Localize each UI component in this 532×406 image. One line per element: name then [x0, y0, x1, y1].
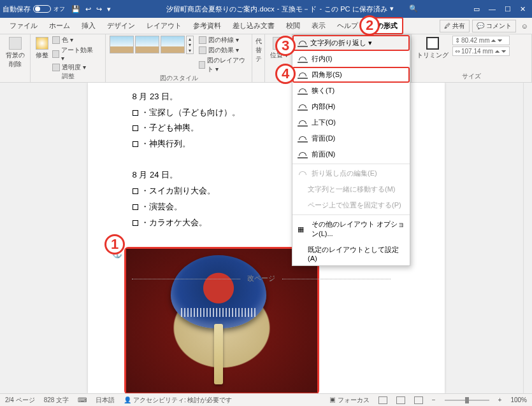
undo-icon[interactable]: ↩	[85, 5, 91, 13]
close-icon[interactable]: ✕	[520, 5, 526, 13]
art-icon	[52, 50, 59, 58]
wrap-icon	[298, 39, 308, 47]
lang-icon[interactable]: ⌨	[78, 396, 87, 403]
alt-text-button[interactable]: 代 替 テ	[256, 36, 261, 65]
tab-view[interactable]: 表示	[306, 17, 331, 34]
ribbon: 背景の 削除 修整 色 ▾ アート効果 ▾ 透明度 ▾ 調整	[0, 34, 532, 83]
title-bar: 自動保存 オフ 💾 ↩ ↪ ▾ 汐留町商店会夏祭りのご案内.docx - 互換モ…	[0, 0, 532, 18]
comment-button[interactable]: 💬 コメント	[472, 20, 516, 32]
corrections-button[interactable]: 修整	[34, 36, 50, 61]
picture-border-button[interactable]: 図の枠線 ▾	[199, 36, 248, 45]
tight-icon	[298, 87, 308, 95]
front-icon	[298, 151, 308, 158]
autosave-state: オフ	[54, 5, 65, 13]
picture-effects-button[interactable]: 図の効果 ▾	[199, 46, 248, 55]
web-layout-icon[interactable]	[414, 396, 423, 404]
color-icon	[52, 36, 60, 44]
ribbon-tabs: ファイル ホーム 挿入 デザイン レイアウト 参考資料 差し込み文書 校閲 表示…	[0, 18, 532, 34]
image-content	[126, 249, 317, 393]
behind-icon	[298, 135, 308, 143]
tab-insert[interactable]: 挿入	[76, 17, 101, 34]
wrap-set-default[interactable]: 既定のレイアウトとして設定(A)	[292, 242, 410, 265]
remove-background-button[interactable]: 背景の 削除	[4, 36, 26, 70]
save-icon[interactable]: 💾	[71, 5, 80, 13]
smiley-icon[interactable]: ☺	[521, 22, 528, 30]
word-count[interactable]: 828 文字	[44, 396, 69, 405]
vertical-scrollbar[interactable]	[523, 83, 532, 393]
transparency-icon	[52, 64, 60, 71]
through-icon	[298, 103, 308, 111]
style-group-label: 図のスタイル	[110, 74, 248, 83]
language[interactable]: 日本語	[96, 396, 115, 405]
width-input[interactable]: ⇔107.14 mm⏶⏷	[452, 46, 510, 56]
wrap-edit-points: 折り返し点の編集(E)	[292, 165, 410, 181]
remove-bg-icon	[9, 37, 22, 50]
wrap-front[interactable]: 前面(N)	[292, 146, 410, 162]
tab-references[interactable]: 参考資料	[187, 17, 227, 34]
style-thumb[interactable]	[110, 36, 134, 53]
print-layout-icon[interactable]	[396, 396, 405, 404]
style-thumb[interactable]	[135, 36, 159, 53]
effects-icon	[199, 46, 206, 54]
toggle-icon[interactable]	[33, 5, 51, 13]
wrap-more-options[interactable]: ▦その他のレイアウト オプション(L)...	[292, 216, 410, 242]
wrap-inline[interactable]: 行内(I)	[292, 51, 410, 67]
wrap-square[interactable]: 四角形(S)	[292, 67, 410, 83]
tab-layout[interactable]: レイアウト	[141, 17, 187, 34]
status-bar: 2/4 ページ 828 文字 ⌨ 日本語 👤 アクセシビリティ: 検討が必要です…	[0, 393, 532, 406]
gallery-down-icon[interactable]: ▾	[187, 42, 193, 48]
artistic-effects-button[interactable]: アート効果 ▾	[52, 46, 96, 62]
redo-icon[interactable]: ↪	[96, 5, 102, 13]
compat-mode: 互換モ－ド	[282, 4, 317, 14]
autosave-label: 自動保存	[3, 4, 31, 14]
picture-layout-button[interactable]: 図のレイアウト ▾	[199, 56, 248, 74]
border-icon	[199, 36, 206, 44]
crop-button[interactable]: トリミング	[415, 36, 450, 61]
adjust-group-label: 調整	[34, 72, 101, 81]
picture-styles-gallery[interactable]: ▴ ▾ ▾	[110, 36, 194, 54]
corrections-icon	[36, 37, 48, 50]
transparency-button[interactable]: 透明度 ▾	[52, 63, 96, 72]
color-button[interactable]: 色 ▾	[52, 36, 96, 45]
share-button[interactable]: 🖉 共有	[440, 20, 470, 32]
tab-home[interactable]: ホーム	[43, 17, 76, 34]
editpts-icon	[298, 170, 308, 178]
gallery-up-icon[interactable]: ▴	[187, 36, 193, 42]
width-icon: ⇔	[455, 48, 460, 55]
minimize-icon[interactable]: —	[489, 5, 496, 13]
autosave-toggle[interactable]: 自動保存 オフ	[3, 4, 65, 14]
style-thumb[interactable]	[161, 36, 185, 53]
selected-image[interactable]: ⚓	[124, 247, 319, 395]
wrap-topbottom[interactable]: 上下(O)	[292, 115, 410, 130]
wrap-move-with-text: 文字列と一緒に移動する(M)	[292, 181, 410, 197]
zoom-slider[interactable]	[445, 400, 489, 401]
search-icon[interactable]: 🔍	[409, 4, 418, 14]
height-icon: ⇕	[455, 37, 460, 44]
height-input[interactable]: ⇕80.42 mm⏶⏷	[452, 36, 510, 45]
tab-mailings[interactable]: 差し込み文書	[227, 17, 280, 34]
maximize-icon[interactable]: ☐	[505, 5, 511, 13]
square-icon	[298, 71, 308, 79]
zoom-out[interactable]: −	[432, 396, 436, 403]
annotation-marker-1: 1	[104, 234, 125, 255]
gallery-more-icon[interactable]: ▾	[187, 48, 193, 53]
focus-mode[interactable]: ▣ フォーカス	[329, 396, 370, 405]
ribbon-options-icon[interactable]: ▭	[473, 5, 480, 13]
tab-review[interactable]: 校閲	[280, 17, 306, 34]
save-location: この PC に保存済み	[324, 4, 387, 14]
page-count[interactable]: 2/4 ページ	[5, 396, 35, 405]
wrap-text-button[interactable]: 文字列の折り返し ▾	[292, 35, 410, 51]
zoom-level[interactable]: 100%	[510, 396, 527, 403]
more-icon: ▦	[298, 225, 308, 233]
read-mode-icon[interactable]	[378, 396, 387, 404]
wrap-through[interactable]: 内部(H)	[292, 99, 410, 115]
wrap-text-menu: 文字列の折り返し ▾ 行内(I) 四角形(S) 狭く(T) 内部(H) 上下(O…	[292, 34, 410, 266]
tab-file[interactable]: ファイル	[4, 17, 43, 34]
topbottom-icon	[298, 119, 308, 127]
zoom-in[interactable]: +	[498, 396, 502, 403]
wrap-behind[interactable]: 背面(D)	[292, 130, 410, 146]
document-name: 汐留町商店会夏祭りのご案内.docx	[166, 4, 274, 14]
accessibility[interactable]: 👤 アクセシビリティ: 検討が必要です	[124, 396, 232, 405]
wrap-tight[interactable]: 狭く(T)	[292, 83, 410, 99]
tab-design[interactable]: デザイン	[101, 17, 141, 34]
